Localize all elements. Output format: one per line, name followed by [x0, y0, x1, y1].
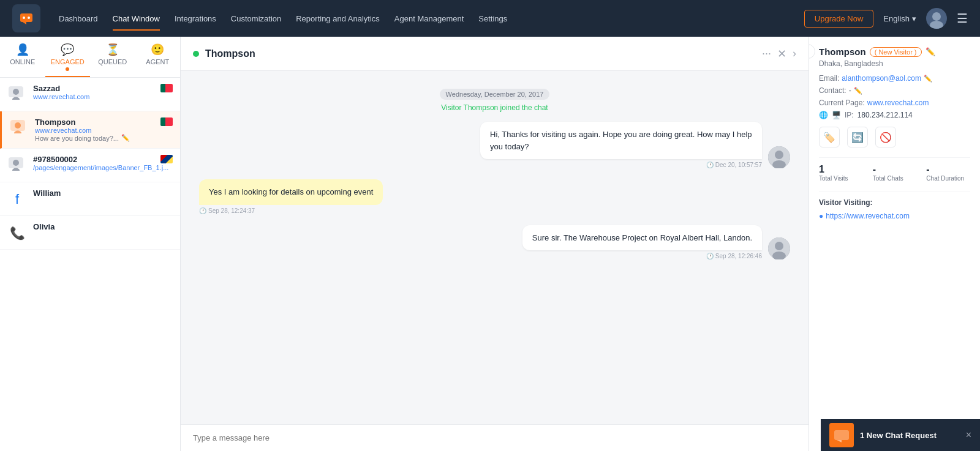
right-panel: › Thompson ( New Visitor ) ✏️ Dhaka, Ban…: [809, 37, 980, 451]
nav-chat-window[interactable]: Chat Window: [113, 12, 160, 26]
agent-avatar-3: [768, 237, 790, 259]
nav-dashboard[interactable]: Dashboard: [59, 12, 98, 26]
user-avatar[interactable]: [926, 8, 947, 29]
chat-header-name: Thompson: [205, 48, 756, 59]
william-info: William: [33, 188, 173, 198]
sazzad-info: Sazzad www.revechat.com: [33, 84, 158, 100]
nav-agent-management[interactable]: Agent Management: [394, 12, 464, 26]
contact-william[interactable]: f William: [0, 182, 180, 216]
william-fb-icon: f: [7, 190, 27, 209]
chat-input-area: [181, 424, 809, 451]
logo[interactable]: [12, 4, 40, 32]
action-block-icon[interactable]: 🚫: [875, 127, 896, 147]
edit-email-icon[interactable]: ✏️: [924, 75, 932, 83]
thompson-flag: [160, 117, 173, 126]
tab-online[interactable]: 👤 ONLINE: [0, 37, 45, 77]
globe-icon: 🌐: [819, 111, 828, 119]
chat-header: Thompson ··· ✕ ›: [181, 37, 809, 71]
chat-input[interactable]: [193, 433, 796, 442]
engaged-dot: [66, 67, 69, 71]
nav-settings[interactable]: Settings: [478, 12, 507, 26]
toast-thumbnail: [829, 423, 854, 447]
clock-icon-2: 🕐: [199, 207, 206, 214]
sazzad-flag: [160, 84, 173, 92]
thompson-chat-icon: [9, 119, 29, 138]
nav-customization[interactable]: Customization: [231, 12, 281, 26]
nav-reporting[interactable]: Reporting and Analytics: [296, 12, 380, 26]
email-row: Email: alanthompson@aol.com ✏️: [819, 74, 970, 83]
msg-bubble-2: Yes I am looking for details on upcoming…: [199, 179, 383, 205]
svg-point-9: [15, 122, 21, 129]
toast-text: 1 New Chat Request: [860, 431, 960, 440]
svg-point-4: [932, 12, 941, 21]
language-selector[interactable]: English ▾: [883, 14, 916, 23]
stats-divider: [819, 157, 970, 158]
tab-bar: 👤 ONLINE 💬 ENGAGED ⏳ QUEUED 🙂 AGENT: [0, 37, 180, 78]
sazzad-chat-icon: [7, 85, 27, 105]
olivia-info: Olivia: [33, 222, 173, 231]
current-page-row: Current Page: www.revechat.com: [819, 99, 970, 107]
clock-icon-1: 🕐: [706, 162, 714, 168]
msg-time-3: 🕐 Sep 28, 12:26:46: [522, 253, 762, 259]
contact-olivia[interactable]: 📞 Olivia: [0, 216, 180, 250]
panel-toggle[interactable]: ›: [809, 44, 815, 59]
email-link[interactable]: alanthompson@aol.com: [842, 74, 921, 83]
chat-area: Thompson ··· ✕ › Wednesday, December 20,…: [181, 37, 809, 451]
new-visitor-badge: ( New Visitor ): [870, 47, 922, 57]
tab-queued[interactable]: ⏳ QUEUED: [90, 37, 135, 77]
contact-sazzad[interactable]: Sazzad www.revechat.com: [0, 78, 180, 111]
action-transfer-icon[interactable]: 🔄: [847, 127, 868, 147]
svg-point-2: [23, 17, 25, 19]
msg-bubble-1: Hi, Thanks for visiting us again. Hope y…: [480, 122, 762, 159]
tab-engaged[interactable]: 💬 ENGAGED: [45, 37, 91, 77]
current-page-link[interactable]: www.revechat.com: [867, 99, 929, 107]
hamburger-menu[interactable]: ☰: [957, 11, 968, 26]
nav-items: Dashboard Chat Window Integrations Custo…: [59, 12, 804, 26]
online-indicator: [193, 51, 199, 57]
978-info: #978500002 /pages/engagement/images/Bann…: [33, 155, 158, 171]
more-options-icon[interactable]: ···: [762, 47, 771, 60]
agent-icon: 🙂: [151, 43, 164, 56]
edit-contact-icon[interactable]: ✏️: [854, 87, 862, 95]
upgrade-button[interactable]: Upgrade Now: [804, 10, 874, 28]
ip-row: 🌐 🖥️ IP: 180.234.212.114: [819, 111, 970, 119]
visiting-url-link[interactable]: ● https://www.revechat.com: [819, 212, 970, 220]
edit-visitor-name-icon[interactable]: ✏️: [925, 47, 935, 56]
close-chat-icon[interactable]: ✕: [777, 47, 786, 61]
clock-icon-3: 🕐: [706, 253, 714, 259]
olivia-viber-icon: 📞: [7, 223, 27, 243]
contact-thompson[interactable]: Thompson www.revechat.com How are you do…: [0, 111, 180, 149]
svg-point-7: [13, 89, 19, 95]
svg-point-3: [28, 17, 30, 19]
action-tag-icon[interactable]: 🏷️: [819, 127, 840, 147]
tab-agent[interactable]: 🙂 AGENT: [135, 37, 181, 77]
svg-point-13: [775, 151, 783, 159]
online-icon: 👤: [16, 43, 29, 56]
thompson-preview: How are you doing today?... ✏️: [35, 134, 158, 142]
message-1: Hi, Thanks for visiting us again. Hope y…: [199, 122, 790, 168]
svg-point-16: [775, 242, 783, 250]
contact-row: Contact: - ✏️: [819, 86, 970, 95]
msg-bubble-3: Sure sir. The Warehouse Project on Royal…: [522, 225, 762, 251]
monitor-icon: 🖥️: [832, 111, 841, 119]
engaged-icon: 💬: [61, 43, 74, 56]
978-flag: [160, 155, 173, 163]
message-2: Yes I am looking for details on upcoming…: [199, 179, 790, 214]
stats-row: 1 Total Visits - Total Chats - Chat Dura…: [819, 164, 970, 182]
toast-close-icon[interactable]: ×: [966, 430, 971, 441]
system-message: Visitor Thompson joined the chat: [199, 103, 790, 112]
contact-list: Sazzad www.revechat.com Thompson www.rev…: [0, 78, 180, 451]
message-3: Sure sir. The Warehouse Project on Royal…: [199, 225, 790, 260]
svg-rect-19: [834, 430, 849, 440]
visiting-divider: [819, 192, 970, 192]
svg-rect-1: [20, 13, 32, 22]
visitor-name-row: Thompson ( New Visitor ) ✏️: [819, 47, 970, 57]
nav-integrations[interactable]: Integrations: [175, 12, 216, 26]
thompson-info: Thompson www.revechat.com How are you do…: [35, 117, 158, 142]
new-chat-toast[interactable]: 1 New Chat Request ×: [821, 419, 980, 451]
nav-right: Upgrade Now English ▾ ☰: [804, 8, 968, 29]
pencil-icon: ✏️: [121, 134, 130, 142]
contact-978500002[interactable]: #978500002 /pages/engagement/images/Bann…: [0, 149, 180, 182]
top-navigation: Dashboard Chat Window Integrations Custo…: [0, 0, 980, 37]
expand-icon[interactable]: ›: [793, 47, 796, 60]
